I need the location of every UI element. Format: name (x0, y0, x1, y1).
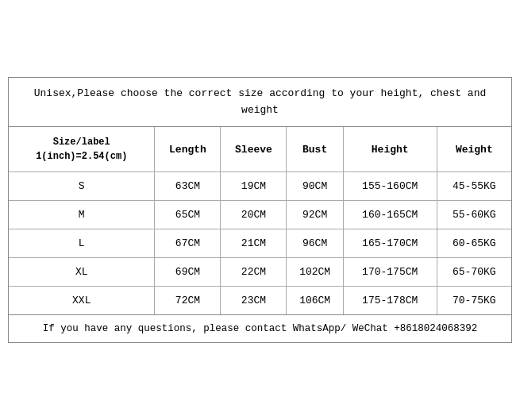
footer-text: If you have any questions, please contac… (43, 323, 478, 334)
chart-footer: If you have any questions, please contac… (9, 314, 511, 342)
table-row: L67CM21CM96CM165-170CM60-65KG (9, 229, 511, 258)
col-header-height: Height (343, 127, 437, 172)
cell-length: 67CM (155, 229, 221, 258)
size-chart-container: Unisex,Please choose the correct size ac… (8, 77, 512, 344)
header-text: Unisex,Please choose the correct size ac… (34, 87, 487, 116)
cell-bust: 106CM (287, 287, 343, 315)
cell-bust: 90CM (287, 172, 343, 201)
cell-weight: 70-75KG (437, 287, 511, 315)
cell-height: 175-178CM (343, 287, 437, 315)
cell-length: 65CM (155, 201, 221, 229)
cell-weight: 60-65KG (437, 229, 511, 258)
size-table: Size/label1(inch)=2.54(cm) Length Sleeve… (9, 127, 511, 314)
col-header-size: Size/label1(inch)=2.54(cm) (9, 127, 155, 172)
col-header-length: Length (155, 127, 221, 172)
cell-sleeve: 20CM (221, 201, 287, 229)
cell-length: 72CM (155, 287, 221, 315)
cell-sleeve: 23CM (221, 287, 287, 315)
col-header-weight: Weight (437, 127, 511, 172)
cell-weight: 55-60KG (437, 201, 511, 229)
size-label-text: Size/label1(inch)=2.54(cm) (12, 135, 151, 164)
table-row: M65CM20CM92CM160-165CM55-60KG (9, 201, 511, 229)
cell-size: XL (9, 258, 155, 287)
cell-bust: 102CM (287, 258, 343, 287)
col-header-bust: Bust (287, 127, 343, 172)
cell-height: 165-170CM (343, 229, 437, 258)
table-row: S63CM19CM90CM155-160CM45-55KG (9, 172, 511, 201)
cell-height: 170-175CM (343, 258, 437, 287)
cell-height: 155-160CM (343, 172, 437, 201)
cell-bust: 92CM (287, 201, 343, 229)
cell-length: 63CM (155, 172, 221, 201)
cell-bust: 96CM (287, 229, 343, 258)
cell-height: 160-165CM (343, 201, 437, 229)
cell-sleeve: 22CM (221, 258, 287, 287)
table-row: XXL72CM23CM106CM175-178CM70-75KG (9, 287, 511, 315)
cell-size: S (9, 172, 155, 201)
cell-size: M (9, 201, 155, 229)
cell-size: L (9, 229, 155, 258)
cell-sleeve: 21CM (221, 229, 287, 258)
cell-weight: 65-70KG (437, 258, 511, 287)
cell-size: XXL (9, 287, 155, 315)
cell-sleeve: 19CM (221, 172, 287, 201)
cell-length: 69CM (155, 258, 221, 287)
table-row: XL69CM22CM102CM170-175CM65-70KG (9, 258, 511, 287)
chart-header: Unisex,Please choose the correct size ac… (9, 78, 511, 128)
cell-weight: 45-55KG (437, 172, 511, 201)
col-header-sleeve: Sleeve (221, 127, 287, 172)
